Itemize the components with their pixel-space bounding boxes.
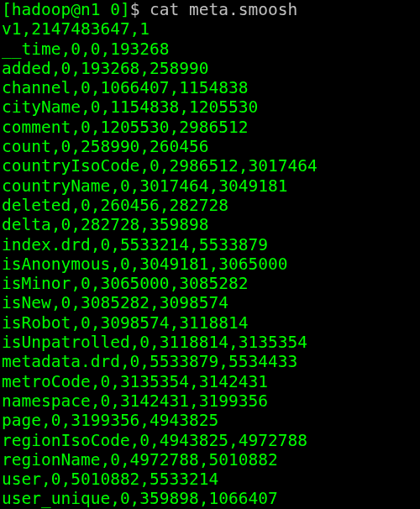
output-line: countryName,0,3017464,3049181 [2,176,287,196]
output-line: page,0,3199356,4943825 [2,411,218,430]
output-line: user,0,5010882,5533214 [2,470,218,489]
prompt-user-host: [hadoop@n1 0] [2,0,130,19]
output-line: v1,2147483647,1 [2,19,150,39]
output-line: countryIsoCode,0,2986512,3017464 [2,156,318,176]
output-line: comment,0,1205530,2986512 [2,118,249,137]
terminal[interactable]: [hadoop@n1 0]$ cat meta.smoosh v1,214748… [0,0,420,509]
output-line: count,0,258990,260456 [2,137,209,156]
output-line: isNew,0,3085282,3098574 [2,293,228,312]
output-line: user_unique,0,359898,1066407 [2,489,278,508]
output-line: isUnpatrolled,0,3118814,3135354 [2,333,307,352]
output-line: channel,0,1066407,1154838 [2,78,249,97]
output-line: regionName,0,4972788,5010882 [2,450,278,470]
output-line: namespace,0,3142431,3199356 [2,391,268,411]
output-line: deleted,0,260456,282728 [2,196,228,215]
output-line: isRobot,0,3098574,3118814 [2,313,249,333]
output-line: isAnonymous,0,3049181,3065000 [2,254,287,274]
output-line: __time,0,0,193268 [2,39,170,59]
output-line: added,0,193268,258990 [2,59,209,78]
output-line: cityName,0,1154838,1205530 [2,97,258,117]
output-line: regionIsoCode,0,4943825,4972788 [2,431,307,450]
output-line: delta,0,282728,359898 [2,215,209,234]
output-line: metroCode,0,3135354,3142431 [2,372,268,391]
command-text: cat meta.smoosh [150,0,297,19]
prompt-symbol: $ [130,0,150,19]
output-line: index.drd,0,5533214,5533879 [2,235,268,254]
output-line: isMinor,0,3065000,3085282 [2,274,249,293]
output-line: metadata.drd,0,5533879,5534433 [2,352,297,371]
